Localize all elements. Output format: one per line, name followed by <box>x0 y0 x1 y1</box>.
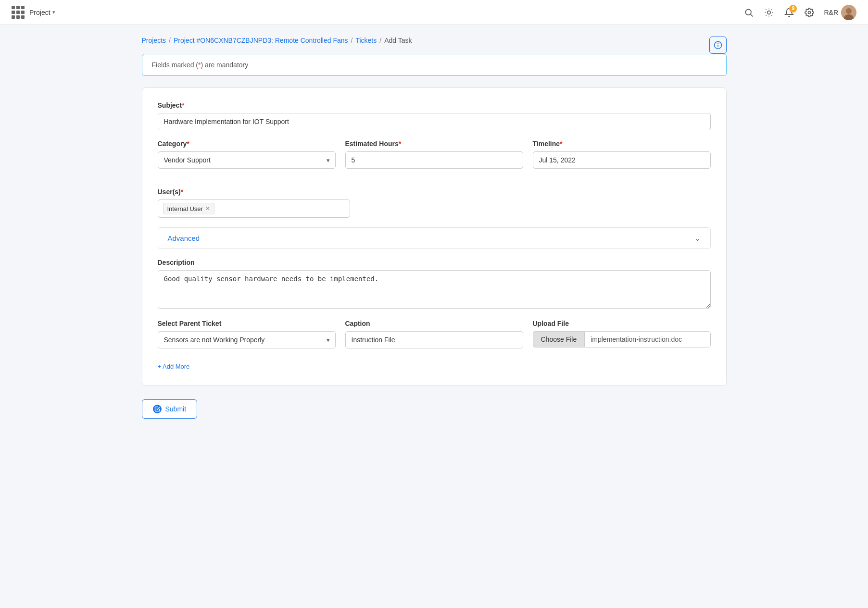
user-tag: Internal User ✕ <box>163 203 214 214</box>
choose-file-button[interactable]: Choose File <box>533 331 585 347</box>
notification-badge: 9 <box>789 5 797 12</box>
timeline-label: Timeline* <box>533 140 711 148</box>
chevron-down-icon: ⌄ <box>694 234 701 243</box>
category-select[interactable]: Vendor Support Hardware Software Network <box>158 151 336 169</box>
upload-section: Choose File implementation-instruction.d… <box>533 331 711 347</box>
sep-3: / <box>379 37 381 44</box>
advanced-section-header[interactable]: Advanced ⌄ <box>158 227 711 249</box>
description-field: Description Good quality sensor hardware… <box>158 259 711 310</box>
estimated-hours-field: Estimated Hours* <box>345 140 523 169</box>
asterisk: * <box>198 61 201 69</box>
subject-label: Subject* <box>158 101 711 109</box>
topnav: Project ▾ 9 <box>0 0 868 25</box>
caption-input[interactable] <box>345 331 523 348</box>
form-row-1: Category* Vendor Support Hardware Softwa… <box>158 140 711 178</box>
timeline-input[interactable] <box>533 151 711 169</box>
grid-icon[interactable] <box>12 6 25 19</box>
submit-label: Submit <box>165 405 187 413</box>
submit-row: Submit <box>142 399 727 419</box>
category-field: Category* Vendor Support Hardware Softwa… <box>158 140 336 169</box>
user-info[interactable]: R&R <box>824 5 856 20</box>
submit-icon <box>153 405 162 413</box>
settings-icon[interactable] <box>804 7 815 18</box>
sep-2: / <box>351 37 353 44</box>
timeline-field: Timeline* <box>533 140 711 169</box>
sep-1: / <box>169 37 171 44</box>
submit-button[interactable]: Submit <box>142 399 198 419</box>
description-textarea[interactable]: Good quality sensor hardware needs to be… <box>158 270 711 309</box>
user-initials: R&R <box>824 9 838 16</box>
upload-file-label: Upload File <box>533 320 711 327</box>
remove-user-tag[interactable]: ✕ <box>205 205 210 212</box>
users-field: User(s)* Internal User ✕ <box>158 188 350 218</box>
users-label: User(s)* <box>158 188 350 196</box>
category-select-wrapper: Vendor Support Hardware Software Network… <box>158 151 336 169</box>
form-card: Subject* Category* Vendor Support Hardwa… <box>142 87 727 386</box>
theme-icon[interactable] <box>763 7 775 18</box>
mandatory-note: Fields marked (*) are mandatory <box>142 54 727 76</box>
project-dropdown[interactable]: Project ▾ <box>29 9 55 16</box>
select-parent-label: Select Parent Ticket <box>158 320 336 327</box>
subject-input[interactable] <box>158 113 711 130</box>
svg-point-2 <box>767 11 771 14</box>
svg-point-5 <box>846 8 852 14</box>
svg-line-1 <box>751 14 753 16</box>
svg-point-0 <box>746 9 752 15</box>
advanced-label: Advanced <box>168 234 200 242</box>
notification-icon[interactable]: 9 <box>783 7 795 18</box>
search-icon[interactable] <box>743 7 755 18</box>
user-tag-label: Internal User <box>167 205 203 212</box>
breadcrumb-tickets[interactable]: Tickets <box>355 37 377 44</box>
caption-label: Caption <box>345 320 523 327</box>
parent-ticket-select[interactable]: Sensors are not Working Properly Network… <box>158 331 336 348</box>
project-label: Project <box>29 9 50 16</box>
breadcrumb-row: Projects / Project #ON6CXNB7CZBJNPD3: Re… <box>142 37 727 54</box>
users-tag-container[interactable]: Internal User ✕ <box>158 199 350 218</box>
chevron-down-icon: ▾ <box>52 9 55 15</box>
svg-point-3 <box>808 11 811 13</box>
breadcrumb-project-name[interactable]: Project #ON6CXNB7CZBJNPD3: Remote Contro… <box>174 37 348 44</box>
estimated-hours-label: Estimated Hours* <box>345 140 523 148</box>
description-label: Description <box>158 259 711 266</box>
breadcrumb: Projects / Project #ON6CXNB7CZBJNPD3: Re… <box>142 37 412 44</box>
subject-field: Subject* <box>158 101 711 130</box>
file-name-display: implementation-instruction.doc <box>584 331 710 347</box>
info-button[interactable] <box>709 37 727 54</box>
estimated-hours-input[interactable] <box>345 151 523 169</box>
main-content: Projects / Project #ON6CXNB7CZBJNPD3: Re… <box>126 25 742 430</box>
select-parent-field: Select Parent Ticket Sensors are not Wor… <box>158 320 336 348</box>
avatar <box>841 5 856 20</box>
upload-file-field: Upload File Choose File implementation-i… <box>533 320 711 348</box>
form-row-2: Select Parent Ticket Sensors are not Wor… <box>158 320 711 358</box>
category-label: Category* <box>158 140 336 148</box>
add-more-button[interactable]: + Add More <box>158 363 190 370</box>
breadcrumb-projects[interactable]: Projects <box>142 37 166 44</box>
caption-field: Caption <box>345 320 523 348</box>
breadcrumb-current: Add Task <box>384 37 412 44</box>
parent-ticket-select-wrapper: Sensors are not Working Properly Network… <box>158 331 336 348</box>
